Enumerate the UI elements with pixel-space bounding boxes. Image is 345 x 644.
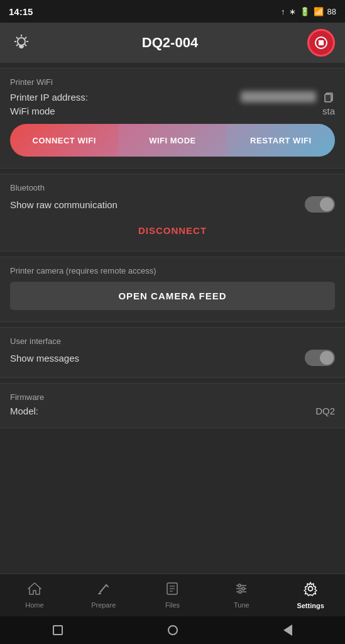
restart-wifi-button[interactable]: RESTART WIFI [227,124,335,157]
svg-point-29 [309,587,313,591]
nav-files[interactable]: Files [138,577,207,614]
mode-row: WiFi mode sta [10,106,335,116]
svg-point-26 [238,584,241,587]
prepare-icon [97,582,111,599]
ip-row: Printer IP address: [10,91,335,103]
camera-section: Printer camera (requires remote access) … [0,257,345,322]
ui-section-title: User interface [10,336,335,346]
tune-icon [234,582,248,599]
svg-line-17 [106,585,108,587]
svg-point-28 [239,591,241,593]
nav-home[interactable]: Home [0,577,69,614]
nav-tune-label: Tune [234,601,249,609]
mode-label: WiFi mode [10,106,55,116]
connect-wifi-button[interactable]: CONNECT WIFI [10,124,118,157]
bluetooth-section-title: Bluetooth [10,183,335,192]
svg-point-0 [18,38,25,45]
ip-value [241,91,335,103]
nav-prepare-label: Prepare [91,601,116,609]
model-row: Model: DQ2 [10,406,335,416]
bluetooth-section: Bluetooth Show raw communication DISCONN… [0,174,345,252]
ui-section: User interface Show messages [0,327,345,378]
nav-settings-label: Settings [297,602,324,609]
svg-line-5 [16,37,18,39]
recent-apps-button[interactable] [52,624,64,636]
messages-toggle[interactable] [305,350,335,366]
nav-home-label: Home [25,601,43,609]
ip-blur [241,91,316,103]
triangle-icon [283,625,292,636]
model-value: DQ2 [315,406,335,416]
settings-icon [303,581,318,600]
battery-icon: 🔋 [300,7,310,16]
open-camera-feed-button[interactable]: OPEN CAMERA FEED [10,282,335,310]
wifi-section: Printer WiFi Printer IP address: WiFi mo… [0,68,345,169]
nav-tune[interactable]: Tune [207,577,276,614]
svg-line-7 [25,37,27,39]
wifi-status-icon: 📶 [314,7,324,16]
status-time: 14:15 [9,6,33,17]
files-icon [165,582,179,599]
svg-rect-14 [325,94,331,102]
stop-button[interactable] [307,29,335,57]
disconnect-button[interactable]: DISCONNECT [10,219,335,242]
nav-files-label: Files [165,601,180,609]
svg-line-16 [100,585,106,592]
messages-label: Show messages [10,353,79,364]
page-title: DQ2-004 [33,35,307,51]
svg-point-27 [242,587,244,590]
svg-marker-15 [28,583,41,594]
status-icons: ↑ ∗ 🔋 📶 88 [281,7,336,16]
back-button[interactable] [282,624,294,636]
copy-icon[interactable] [322,91,335,103]
raw-comm-row: Show raw communication [10,196,335,213]
nav-settings[interactable]: Settings [276,576,345,614]
square-icon [53,625,63,635]
android-nav-bar [0,616,345,644]
ip-label: Printer IP address: [10,92,88,103]
home-button[interactable] [167,624,179,636]
nav-prepare[interactable]: Prepare [69,577,138,614]
camera-section-title: Printer camera (requires remote access) [10,266,335,275]
svg-line-8 [16,45,18,47]
model-label: Model: [10,406,38,416]
firmware-section-title: Firmware [10,392,335,402]
top-bar: DQ2-004 [0,23,345,63]
main-content: Printer WiFi Printer IP address: WiFi mo… [0,63,345,574]
light-icon[interactable] [10,31,33,54]
bottom-nav: Home Prepare Files Tune Settings [0,574,345,616]
circle-icon [168,625,178,635]
svg-line-6 [25,45,27,47]
mode-value: sta [322,106,335,116]
wifi-buttons-group: CONNECT WIFI WIFI MODE RESTART WIFI [10,124,335,157]
bluetooth-icon: ∗ [289,7,296,16]
messages-row: Show messages [10,350,335,366]
raw-comm-label: Show raw communication [10,199,118,210]
firmware-section: Firmware Model: DQ2 [0,383,345,428]
home-icon [27,582,42,599]
wifi-section-title: Printer WiFi [10,77,335,87]
battery-percent: 88 [327,7,336,16]
status-bar: 14:15 ↑ ∗ 🔋 📶 88 [0,0,345,23]
svg-rect-12 [319,40,324,45]
upload-icon: ↑ [281,7,285,16]
raw-comm-toggle[interactable] [305,196,335,213]
wifi-mode-button[interactable]: WIFI MODE [118,124,226,157]
